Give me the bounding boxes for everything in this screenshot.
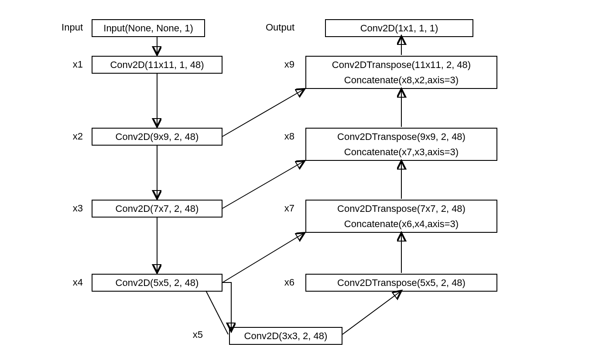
box-x8-top: Conv2DTranspose(9x9, 2, 48) xyxy=(305,128,497,146)
arrow-x4-x5 xyxy=(222,282,231,331)
box-x3: Conv2D(7x7, 2, 48) xyxy=(92,200,222,218)
label-x8: x8 xyxy=(260,131,294,142)
arrow-x2-x9concat xyxy=(222,89,305,136)
box-x5: Conv2D(3x3, 2, 48) xyxy=(229,327,342,345)
arrow-x4-x7concat xyxy=(222,233,305,282)
label-x9: x9 xyxy=(260,59,294,70)
box-x4: Conv2D(5x5, 2, 48) xyxy=(92,274,222,292)
box-x7-top: Conv2DTranspose(7x7, 2, 48) xyxy=(305,200,497,218)
arrow-x3-x8concat xyxy=(222,161,305,208)
label-x4: x4 xyxy=(52,277,83,288)
label-input: Input xyxy=(52,22,83,33)
box-x1: Conv2D(11x11, 1, 48) xyxy=(92,56,222,74)
label-x2: x2 xyxy=(52,131,83,142)
label-output: Output xyxy=(260,22,294,33)
label-x7: x7 xyxy=(260,203,294,214)
box-input: Input(None, None, 1) xyxy=(92,19,205,37)
arrow-x5-x6 xyxy=(342,291,401,334)
box-x6: Conv2DTranspose(5x5, 2, 48) xyxy=(305,274,497,292)
label-x5: x5 xyxy=(181,329,203,340)
arrow-x4-x5-b xyxy=(206,291,228,334)
label-x1: x1 xyxy=(52,59,83,70)
box-x8-bot: Concatenate(x7,x3,axis=3) xyxy=(305,144,497,161)
box-output: Conv2D(1x1, 1, 1) xyxy=(325,19,473,37)
arrow-layer xyxy=(0,0,599,364)
box-x9-top: Conv2DTranspose(11x11, 2, 48) xyxy=(305,56,497,74)
label-x3: x3 xyxy=(52,203,83,214)
label-x6: x6 xyxy=(260,277,294,288)
box-x9-bot: Concatenate(x8,x2,axis=3) xyxy=(305,72,497,89)
box-x7-bot: Concatenate(x6,x4,axis=3) xyxy=(305,216,497,233)
box-x2: Conv2D(9x9, 2, 48) xyxy=(92,128,222,146)
